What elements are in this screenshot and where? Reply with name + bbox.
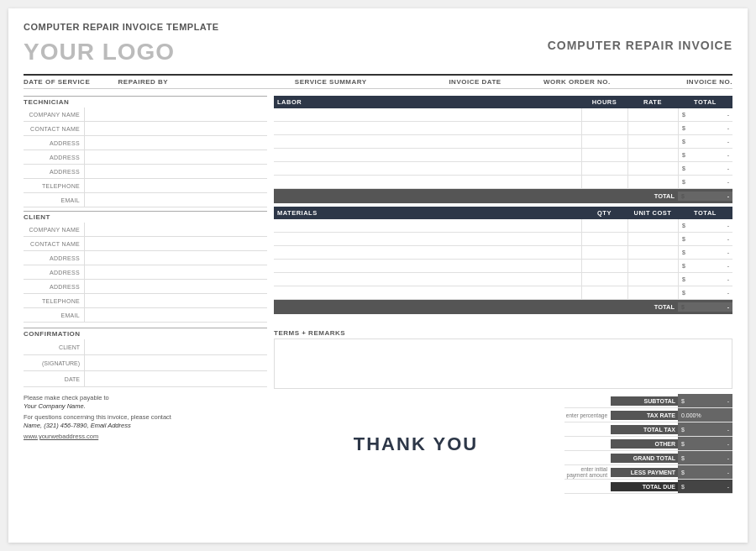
less-payment-hint: enter initial payment amount	[564, 466, 611, 478]
total-due-label: Total Due	[611, 482, 678, 491]
thank-you: Thank You	[354, 433, 478, 455]
materials-data-row: $ -	[274, 260, 732, 273]
labor-hours-0[interactable]	[581, 108, 627, 121]
conf-field-value-0[interactable]	[84, 339, 267, 354]
labor-total-5: $ -	[678, 176, 732, 188]
labor-rate-3[interactable]	[627, 149, 678, 161]
materials-qty-4[interactable]	[581, 273, 627, 286]
materials-total-4: $ -	[678, 273, 732, 286]
client-field-value-4[interactable]	[84, 280, 267, 293]
meta-invoice-date: Invoice Date	[449, 78, 543, 86]
tech-field-value-5[interactable]	[84, 179, 267, 192]
labor-header-rate: Rate	[627, 96, 678, 108]
client-field-value-3[interactable]	[84, 265, 267, 279]
materials-qty-1[interactable]	[581, 233, 627, 245]
tech-field-value-6[interactable]	[84, 193, 267, 207]
labor-rate-2[interactable]	[627, 135, 678, 148]
labor-desc-2[interactable]	[274, 135, 581, 148]
materials-desc-3[interactable]	[274, 260, 581, 272]
labor-hours-3[interactable]	[581, 149, 627, 161]
tech-field-value-0[interactable]	[84, 108, 267, 121]
conf-field-label-0: Client	[24, 344, 84, 350]
materials-desc-0[interactable]	[274, 219, 581, 232]
labor-hours-5[interactable]	[581, 176, 627, 188]
tax-rate-value: 0.000%	[678, 408, 732, 422]
labor-desc-1[interactable]	[274, 122, 581, 134]
materials-unit-cost-2[interactable]	[627, 246, 678, 259]
labor-total-value: $ -	[678, 192, 732, 201]
labor-hours-1[interactable]	[581, 122, 627, 134]
tech-field-label-6: Email	[24, 197, 84, 203]
labor-data-row: $ -	[274, 162, 732, 176]
labor-desc-5[interactable]	[274, 176, 581, 188]
labor-data-row: $ -	[274, 149, 732, 162]
labor-header: Labor Hours Rate Total	[274, 96, 732, 108]
materials-desc-4[interactable]	[274, 273, 581, 286]
conf-field-label-2: Date	[24, 376, 84, 382]
grand-total-row: Grand Total $ -	[564, 451, 732, 465]
confirmation-left: Confirmation Client (Signature) Date	[24, 328, 267, 389]
contact-line2: Name, (321) 456-7890, Email Address	[24, 422, 267, 429]
client-field-value-5[interactable]	[84, 294, 267, 307]
labor-data-row: $ -	[274, 108, 732, 122]
technician-field-row: Address	[24, 150, 267, 165]
labor-rate-4[interactable]	[627, 162, 678, 175]
materials-total-5: $ -	[678, 286, 732, 299]
materials-qty-2[interactable]	[581, 246, 627, 259]
conf-field-value-1[interactable]	[84, 355, 267, 370]
bottom-section: Please make check payable to Your Compan…	[24, 394, 732, 494]
labor-hours-4[interactable]	[581, 162, 627, 175]
other-value: $ -	[678, 437, 732, 450]
client-field-row: Address	[24, 251, 267, 265]
materials-unit-cost-3[interactable]	[627, 260, 678, 272]
client-field-label-3: Address	[24, 270, 84, 276]
labor-rows: $ - $ - $ - $ - $ -	[274, 108, 732, 189]
materials-unit-cost-4[interactable]	[627, 273, 678, 286]
materials-qty-0[interactable]	[581, 219, 627, 232]
client-field-label-5: Telephone	[24, 298, 84, 304]
client-field-label-0: Company Name	[24, 227, 84, 233]
labor-total-label: Total	[619, 192, 678, 200]
tech-field-label-2: Address	[24, 140, 84, 146]
labor-total-2: $ -	[678, 135, 732, 148]
labor-hours-2[interactable]	[581, 135, 627, 148]
materials-desc-5[interactable]	[274, 286, 581, 299]
materials-unit-cost-1[interactable]	[627, 233, 678, 245]
materials-desc-2[interactable]	[274, 246, 581, 259]
client-field-value-2[interactable]	[84, 251, 267, 265]
client-field-value-6[interactable]	[84, 308, 267, 322]
less-payment-row: enter initial payment amount Less Paymen…	[564, 465, 732, 480]
terms-label: Terms + Remarks	[274, 328, 732, 338]
tech-field-value-1[interactable]	[84, 122, 267, 135]
client-field-value-0[interactable]	[84, 223, 267, 236]
client-field-value-1[interactable]	[84, 237, 267, 250]
tech-field-value-2[interactable]	[84, 136, 267, 150]
technician-field-row: Contact Name	[24, 122, 267, 136]
tech-field-value-3[interactable]	[84, 150, 267, 164]
materials-unit-cost-5[interactable]	[627, 286, 678, 299]
right-column: Labor Hours Rate Total $ - $ - $ -	[274, 96, 732, 323]
terms-box[interactable]	[274, 338, 732, 389]
materials-qty-3[interactable]	[581, 260, 627, 272]
labor-header-main: Labor	[274, 96, 581, 108]
client-section-label: Client	[24, 211, 267, 223]
materials-unit-cost-0[interactable]	[627, 219, 678, 232]
labor-desc-0[interactable]	[274, 108, 581, 121]
conf-field-value-2[interactable]	[84, 371, 267, 386]
client-field-label-6: Email	[24, 312, 84, 318]
labor-rate-1[interactable]	[627, 122, 678, 134]
materials-qty-5[interactable]	[581, 286, 627, 299]
tech-field-label-1: Contact Name	[24, 126, 84, 132]
confirmation-fields: Client (Signature) Date	[24, 339, 267, 387]
tech-field-label-0: Company Name	[24, 112, 84, 118]
total-due-row: Total Due $ -	[564, 480, 732, 494]
labor-rate-0[interactable]	[627, 108, 678, 121]
tech-field-value-4[interactable]	[84, 165, 267, 178]
labor-desc-3[interactable]	[274, 149, 581, 161]
materials-desc-1[interactable]	[274, 233, 581, 245]
labor-rate-5[interactable]	[627, 176, 678, 188]
payable-line1: Please make check payable to	[24, 394, 267, 401]
labor-desc-4[interactable]	[274, 162, 581, 175]
labor-total-1: $ -	[678, 122, 732, 134]
materials-data-row: $ -	[274, 233, 732, 246]
